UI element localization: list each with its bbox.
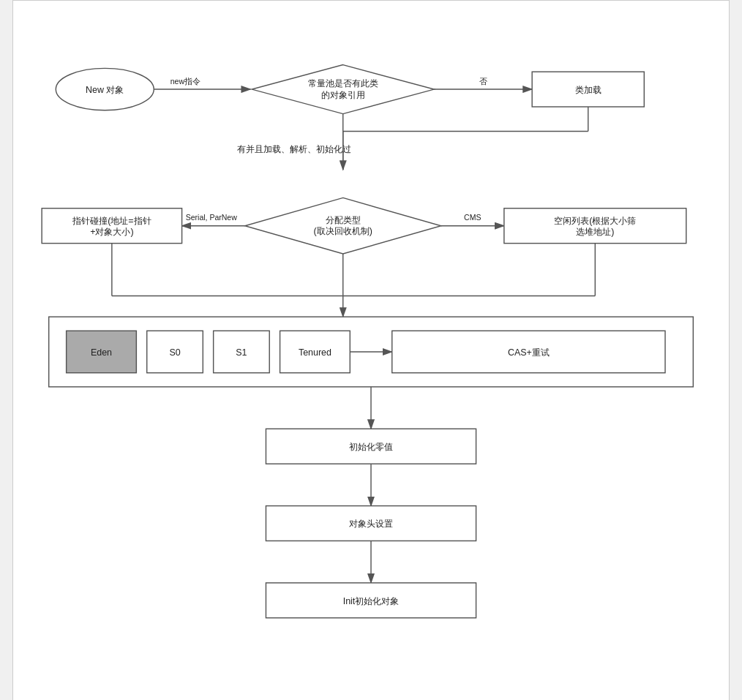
set-header-label: 对象头设置 [349, 519, 393, 529]
flowchart-svg: New 对象 new指令 常量池是否有此类 的对象引用 否 类加载 有并且加载、… [28, 15, 714, 688]
serial-parnew-label: Serial, ParNew [186, 213, 238, 222]
cas-retry-label: CAS+重试 [508, 347, 550, 358]
pointer-bump-label1: 指针碰撞(地址=指针 [72, 216, 151, 226]
new-instruction-label: new指令 [170, 77, 201, 86]
no-branch-label: 否 [479, 77, 487, 86]
tenured-label: Tenured [299, 347, 331, 358]
s1-label: S1 [236, 347, 247, 358]
check-pool-label1: 常量池是否有此类 [308, 78, 378, 89]
init-object-label: Init初始化对象 [343, 596, 400, 606]
cms-label: CMS [464, 213, 481, 222]
yes-branch-label: 有并且加载、解析、初始化过 [237, 144, 351, 154]
free-list-label1: 空闲列表(根据大小筛 [554, 216, 636, 226]
eden-label: Eden [91, 347, 112, 358]
alloc-type-label1: 分配类型 [326, 215, 361, 225]
free-list-label2: 选堆地址) [576, 227, 614, 237]
diagram-canvas: New 对象 new指令 常量池是否有此类 的对象引用 否 类加载 有并且加载、… [12, 0, 730, 700]
pointer-bump-label2: +对象大小) [90, 227, 133, 237]
s0-label: S0 [169, 347, 180, 358]
alloc-type-label2: (取决回收机制) [314, 226, 372, 236]
new-object-label: New 对象 [86, 85, 124, 95]
class-load-label: 类加载 [575, 85, 602, 95]
init-zero-label: 初始化零值 [349, 442, 393, 452]
check-pool-label2: 的对象引用 [321, 90, 365, 100]
